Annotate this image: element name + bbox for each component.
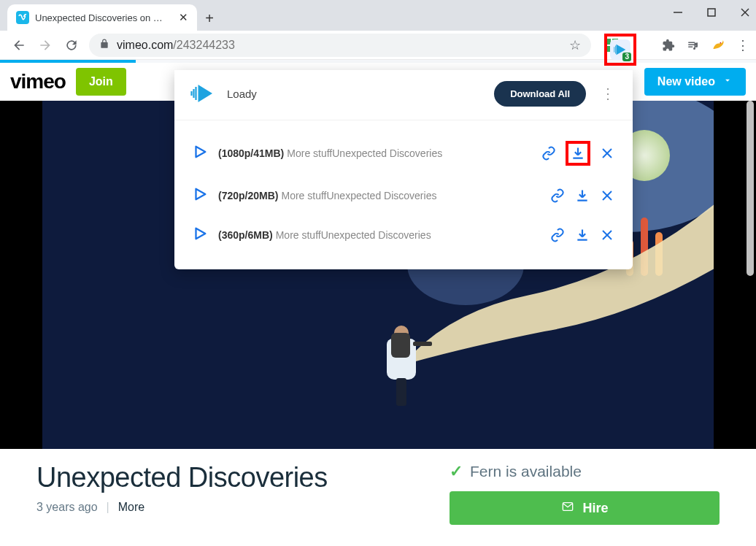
lock-icon <box>99 38 109 52</box>
loady-extension-button[interactable]: 3 <box>610 39 630 60</box>
download-all-button[interactable]: Download All <box>494 81 586 107</box>
item-quality: (360p/6MB) <box>218 229 273 241</box>
reload-button[interactable] <box>63 36 80 54</box>
availability-text: Fern is available <box>470 463 582 480</box>
download-button[interactable] <box>570 145 586 161</box>
item-description: More stuffUnexpected Discoveries <box>281 190 436 201</box>
item-description: More stuffUnexpected Discoveries <box>276 229 431 241</box>
address-bar[interactable]: vimeo.com/243244233 ☆ <box>89 34 591 57</box>
item-quality: (1080p/41MB) <box>218 147 284 159</box>
loady-logo-icon <box>190 80 217 107</box>
new-tab-button[interactable]: + <box>197 6 222 31</box>
play-icon <box>192 226 208 245</box>
below-video-section: Unexpected Discoveries 3 years ago | Mor… <box>0 449 756 525</box>
popup-item: (360p/6MB) More stuffUnexpected Discover… <box>174 215 633 255</box>
browser-tab[interactable]: Unexpected Discoveries on Vime ✕ <box>7 4 197 31</box>
ext-bird-icon[interactable] <box>709 36 727 54</box>
loady-popup: Loady Download All ⋮ (1080p/41MB) More s… <box>174 70 633 269</box>
join-button[interactable]: Join <box>76 68 126 96</box>
chevron-down-icon <box>722 75 733 88</box>
popup-menu-button[interactable]: ⋮ <box>596 85 620 102</box>
availability-row: ✓ Fern is available <box>450 462 720 491</box>
url-text: vimeo.com/243244233 <box>117 39 235 52</box>
hire-label: Hire <box>582 501 608 516</box>
browser-toolbar: vimeo.com/243244233 ☆ ⋮ <box>0 31 756 60</box>
highlight-download-button <box>566 141 590 166</box>
close-window-button[interactable] <box>738 6 752 19</box>
back-button[interactable] <box>10 36 28 54</box>
vimeo-logo[interactable]: vimeo <box>10 70 66 93</box>
bookmark-star-icon[interactable]: ☆ <box>569 37 581 53</box>
video-meta: 3 years ago | More <box>36 501 435 514</box>
popup-app-name: Loady <box>227 88 257 100</box>
download-button[interactable] <box>574 188 590 204</box>
scroll-thumb[interactable] <box>747 101 754 276</box>
window-controls <box>671 6 752 19</box>
video-age: 3 years ago <box>36 501 98 514</box>
copy-link-button[interactable] <box>549 227 566 243</box>
highlight-loady-extension: 3 <box>604 34 636 66</box>
item-quality: (720p/20MB) <box>218 190 278 201</box>
svg-point-9 <box>720 42 722 43</box>
tab-title: Unexpected Discoveries on Vime <box>35 12 166 23</box>
tab-strip: Unexpected Discoveries on Vime ✕ + <box>0 0 756 31</box>
page-scrollbar[interactable] <box>745 101 754 449</box>
meta-divider: | <box>107 501 109 514</box>
extensions-puzzle-icon[interactable] <box>660 36 677 54</box>
vimeo-favicon-icon <box>16 11 29 24</box>
video-title: Unexpected Discoveries <box>36 462 435 493</box>
check-icon: ✓ <box>450 462 463 481</box>
minimize-button[interactable] <box>671 6 684 19</box>
forward-button[interactable] <box>36 36 54 54</box>
download-button[interactable] <box>574 227 590 243</box>
popup-item: (720p/20MB) More stuffUnexpected Discove… <box>174 176 633 215</box>
remove-item-button[interactable] <box>599 188 615 204</box>
new-video-button[interactable]: New video <box>644 68 746 96</box>
new-video-label: New video <box>657 75 715 88</box>
item-description: More stuffUnexpected Discoveries <box>287 147 442 159</box>
copy-link-button[interactable] <box>541 145 557 161</box>
extension-badge-count: 3 <box>622 53 631 61</box>
remove-item-button[interactable] <box>599 227 615 243</box>
chrome-menu-button[interactable]: ⋮ <box>734 36 752 54</box>
popup-item: (1080p/41MB) More stuffUnexpected Discov… <box>174 131 633 176</box>
copy-link-button[interactable] <box>549 188 566 204</box>
svg-rect-1 <box>708 9 715 16</box>
popup-header: Loady Download All ⋮ <box>174 70 633 120</box>
video-more-link[interactable]: More <box>118 501 144 514</box>
close-tab-button[interactable]: ✕ <box>179 11 188 24</box>
play-icon <box>192 186 208 205</box>
hire-button[interactable]: Hire <box>450 491 720 525</box>
remove-item-button[interactable] <box>599 145 615 161</box>
illustration-person <box>387 326 416 406</box>
play-icon <box>192 144 208 163</box>
popup-item-list: (1080p/41MB) More stuffUnexpected Discov… <box>174 120 633 269</box>
ext-music-icon[interactable] <box>684 36 702 54</box>
maximize-button[interactable] <box>705 6 718 19</box>
envelope-icon <box>560 501 575 516</box>
